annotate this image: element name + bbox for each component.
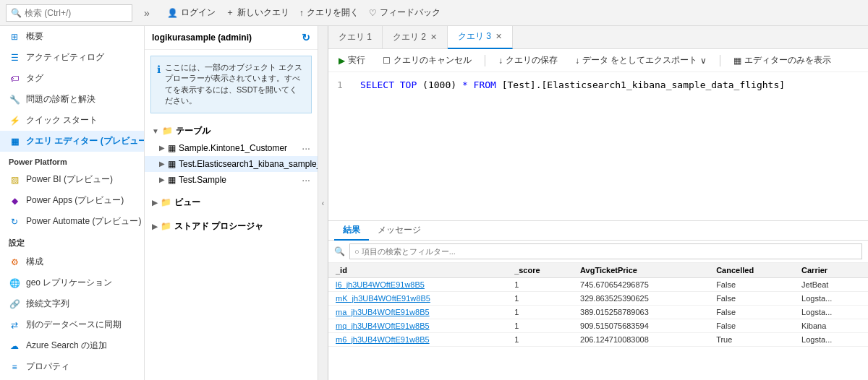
open-query-nav-item[interactable]: ↑ クエリを開く bbox=[299, 7, 359, 19]
sidebar-item-activity-log[interactable]: ☰ アクティビティログ bbox=[0, 47, 144, 68]
login-nav-item[interactable]: 👤 ログイン bbox=[167, 7, 216, 19]
more-options-icon[interactable]: ··· bbox=[302, 174, 310, 186]
cell-carrier: Logsta... bbox=[794, 292, 868, 306]
cell-id[interactable]: m6_jh3UB4WOftE91w8B5 bbox=[328, 333, 507, 347]
tab-query3[interactable]: クエリ 3 ✕ bbox=[448, 26, 513, 49]
stored-procs-label[interactable]: ▶ 📁 ストアド プロシージャ bbox=[145, 217, 318, 236]
table-row: mK_jh3UB4WOftE91w8B5 1 329.863525390625 … bbox=[328, 292, 868, 306]
col-header-avg-ticket: AvgTicketPrice bbox=[573, 263, 709, 278]
table-item-sample[interactable]: ▶ ▦ Test.Sample ··· bbox=[145, 172, 318, 188]
cell-id[interactable]: ma_jh3UB4WOftE91w8B5 bbox=[328, 306, 507, 319]
cell-cancelled: True bbox=[709, 333, 794, 347]
top-nav: 👤 ログイン ＋ 新しいクエリ ↑ クエリを開く ♡ フィードバック bbox=[167, 7, 441, 19]
sidebar-item-query-editor[interactable]: ▦ クエリ エディター (プレビュー) bbox=[0, 131, 144, 152]
cell-score: 1 bbox=[507, 306, 573, 319]
sidebar-item-overview[interactable]: ⊞ 概要 bbox=[0, 26, 144, 47]
sidebar-item-azure-search[interactable]: ☁ Azure Search の追加 bbox=[0, 335, 144, 356]
sidebar-item-quickstart[interactable]: ⚡ クイック スタート bbox=[0, 110, 144, 131]
col-header-cancelled: Cancelled bbox=[709, 263, 794, 278]
tab-bar: クエリ 1 クエリ 2 ✕ クエリ 3 ✕ bbox=[328, 26, 868, 49]
table-item-elasticsearch[interactable]: ▶ ▦ Test.Elasticsearch1_kibana_sample_..… bbox=[145, 156, 318, 172]
feedback-nav-item[interactable]: ♡ フィードバック bbox=[369, 7, 441, 19]
more-options-icon[interactable]: ··· bbox=[302, 142, 310, 154]
refresh-icon[interactable]: ↻ bbox=[302, 32, 310, 43]
middle-panel: logikurasample (admini) ↻ ℹ ここには、一部のオブジェ… bbox=[145, 26, 318, 380]
info-icon: ℹ bbox=[157, 63, 161, 107]
tab-query1[interactable]: クエリ 1 bbox=[328, 26, 383, 49]
table-row: m6_jh3UB4WOftE91w8B5 1 206.124710083008 … bbox=[328, 333, 868, 347]
cell-id[interactable]: l6_jh3UB4WOftE91w8B5 bbox=[328, 278, 507, 292]
tab-close-query2[interactable]: ✕ bbox=[430, 33, 437, 42]
results-tab-messages[interactable]: メッセージ bbox=[369, 221, 430, 241]
query-editor[interactable]: 1 SELECT TOP (1000) * FROM [Test].[Elast… bbox=[328, 72, 868, 221]
sidebar-item-powerbi[interactable]: ▨ Power BI (プレビュー) bbox=[0, 169, 144, 190]
gear-icon: ⚙ bbox=[9, 256, 20, 268]
powerapps-icon: ◆ bbox=[9, 195, 20, 207]
save-query-button[interactable]: ↓ クエリの保存 bbox=[494, 53, 562, 68]
sidebar-item-connection-string[interactable]: 🔗 接続文字列 bbox=[0, 293, 144, 314]
results-filter-input[interactable] bbox=[349, 243, 862, 259]
results-tab-results[interactable]: 結果 bbox=[334, 221, 369, 241]
cell-id[interactable]: mq_jh3UB4WOftE91w8B5 bbox=[328, 319, 507, 333]
new-query-nav-item[interactable]: ＋ 新しいクエリ bbox=[226, 7, 289, 19]
line-number: 1 bbox=[337, 78, 349, 93]
cell-carrier: Logsta... bbox=[794, 333, 868, 347]
search-icon: 🔍 bbox=[11, 8, 22, 18]
sidebar-item-sync[interactable]: ⇄ 別のデータベースに同期 bbox=[0, 314, 144, 335]
power-platform-section-label: Power Platform bbox=[0, 152, 144, 169]
cancel-query-button[interactable]: ☐ クエリのキャンセル bbox=[378, 53, 476, 68]
sidebar-item-properties[interactable]: ≡ プロパティ bbox=[0, 356, 144, 377]
table-icon: ▦ bbox=[168, 175, 176, 185]
upload-icon: ↑ bbox=[299, 8, 304, 18]
sidebar-item-powerautomate[interactable]: ↻ Power Automate (プレビュー) bbox=[0, 211, 144, 232]
info-text: ここには、一部のオブジェクト エクスプローラーが表示されています。すべてを表示す… bbox=[165, 62, 305, 107]
sidebar-item-diagnose[interactable]: 🔧 問題の診断と解決 bbox=[0, 89, 144, 110]
tables-label[interactable]: ▼ 📁 テーブル bbox=[145, 122, 318, 140]
col-header-id: _id bbox=[328, 263, 507, 278]
table-row: ma_jh3UB4WOftE91w8B5 1 389.015258789063 … bbox=[328, 306, 868, 319]
cell-avg-ticket: 389.015258789063 bbox=[573, 306, 709, 319]
sync-icon: ⇄ bbox=[9, 319, 20, 331]
cell-cancelled: False bbox=[709, 319, 794, 333]
editor-only-button[interactable]: ▦ エディターのみを表示 bbox=[729, 53, 835, 68]
grid-view-icon: ▦ bbox=[733, 56, 741, 66]
table-item-kintone[interactable]: ▶ ▦ Sample.Kintone1_Customer ··· bbox=[145, 140, 318, 156]
run-button[interactable]: ▶ 実行 bbox=[334, 53, 370, 68]
cloud-icon: ☁ bbox=[9, 340, 20, 352]
search-input[interactable] bbox=[25, 8, 119, 18]
cell-id[interactable]: mK_jh3UB4WOftE91w8B5 bbox=[328, 292, 507, 306]
heart-icon: ♡ bbox=[369, 8, 377, 18]
tab-query2[interactable]: クエリ 2 ✕ bbox=[383, 26, 448, 49]
tab-close-query3[interactable]: ✕ bbox=[495, 32, 502, 41]
grid-icon: ⊞ bbox=[9, 31, 20, 43]
sidebar-item-lock[interactable]: 🔒 ロック bbox=[0, 377, 144, 380]
export-button[interactable]: ↓ データ をとしてエクスポート ∨ bbox=[571, 53, 711, 68]
views-label[interactable]: ▶ 📁 ビュー bbox=[145, 194, 318, 212]
tag-icon: 🏷 bbox=[9, 73, 20, 85]
export-icon: ↓ bbox=[575, 56, 579, 66]
chevron-icon: ▶ bbox=[159, 144, 165, 152]
cell-cancelled: False bbox=[709, 278, 794, 292]
filter-search-icon: 🔍 bbox=[334, 246, 345, 256]
collapse-chevron[interactable]: » bbox=[141, 7, 153, 19]
info-box: ℹ ここには、一部のオブジェクト エクスプローラーが表示されています。すべてを表… bbox=[150, 56, 312, 113]
stored-folder-icon: 📁 bbox=[161, 221, 171, 231]
plus-icon: ＋ bbox=[226, 7, 234, 19]
powerbi-icon: ▨ bbox=[9, 174, 20, 186]
globe-icon: 🌐 bbox=[9, 277, 20, 289]
stored-procs-section: ▶ 📁 ストアド プロシージャ bbox=[145, 215, 318, 238]
sidebar-item-powerapps[interactable]: ◆ Power Apps (プレビュー) bbox=[0, 190, 144, 211]
chevron-icon: ▶ bbox=[159, 160, 165, 168]
cell-cancelled: False bbox=[709, 306, 794, 319]
search-box[interactable]: 🔍 bbox=[6, 4, 132, 22]
bars-icon: ≡ bbox=[9, 361, 20, 373]
sidebar-item-tags[interactable]: 🏷 タグ bbox=[0, 68, 144, 89]
sidebar-item-geo[interactable]: 🌐 geo レプリケーション bbox=[0, 272, 144, 293]
col-header-score: _score bbox=[507, 263, 573, 278]
sidebar-item-config[interactable]: ⚙ 構成 bbox=[0, 251, 144, 272]
results-tab-bar: 結果 メッセージ bbox=[328, 221, 868, 241]
cell-carrier: Logsta... bbox=[794, 306, 868, 319]
run-icon: ▶ bbox=[339, 56, 345, 66]
collapse-handle[interactable]: ‹ bbox=[318, 26, 328, 380]
table-icon: ▦ bbox=[168, 143, 176, 153]
